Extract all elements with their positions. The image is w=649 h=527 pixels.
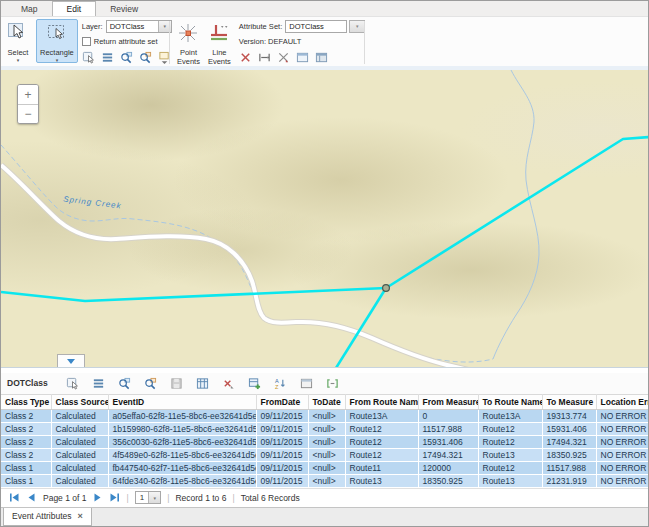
split-event-icon[interactable] — [277, 50, 291, 64]
attribute-set-caret-icon[interactable]: ▾ — [349, 20, 365, 33]
event-attributes-table: Class Type Class Source EventID FromDate… — [1, 394, 649, 488]
col-to-measure[interactable]: To Measure — [542, 394, 596, 409]
select-records-icon[interactable] — [66, 376, 80, 390]
layer-label: Layer: — [82, 22, 103, 31]
pan-to-selected-icon[interactable] — [144, 376, 158, 390]
table-row[interactable]: Class 2Calculateda05effa0-62f8-11e5-8bc6… — [1, 409, 649, 422]
table-row[interactable]: Class 1Calculatedfb447540-62f7-11e5-8bc6… — [1, 461, 649, 474]
panel-tab-bar: Event Attributes × — [1, 507, 648, 526]
separator: | — [232, 493, 234, 503]
ribbon: Select ▾ Rectangle ▾ Layer: DOTClass — [1, 17, 648, 67]
page-number-dropdown[interactable]: 1 ▾ — [135, 491, 161, 504]
separator: | — [167, 493, 169, 503]
table-row[interactable]: Class 2Calculated356c0030-62f8-11e5-8bc6… — [1, 435, 649, 448]
ribbon-separator — [364, 21, 365, 64]
measure-range-icon[interactable] — [258, 50, 272, 64]
route-event-line-northeast[interactable] — [386, 137, 649, 288]
route-junction-vertex[interactable] — [383, 285, 390, 292]
rectangle-tool-button[interactable]: Rectangle ▾ — [36, 19, 78, 63]
save-icon[interactable] — [170, 376, 184, 390]
event-window-icon[interactable] — [296, 50, 310, 64]
map-zoom-control: + − — [17, 84, 39, 124]
remove-record-icon[interactable] — [222, 376, 236, 390]
pagination-bar: Page 1 of 1 | 1 ▾ | Record 1 to 6 | Tota… — [1, 488, 648, 507]
svg-text:Z: Z — [275, 384, 279, 390]
col-eventid[interactable]: EventID — [108, 394, 256, 409]
tab-edit[interactable]: Edit — [52, 1, 97, 16]
total-records-text: Total 6 Records — [241, 493, 300, 503]
next-page-icon[interactable] — [92, 492, 103, 503]
table-row[interactable]: Class 1Calculated64fde340-62f8-11e5-8bc6… — [1, 474, 649, 487]
route-event-line-west[interactable] — [1, 288, 386, 301]
previous-page-icon[interactable] — [26, 492, 37, 503]
line-events-icon — [208, 22, 230, 48]
zoom-in-button[interactable]: + — [18, 85, 38, 104]
tab-event-attributes[interactable]: Event Attributes × — [3, 508, 92, 526]
zoom-to-selected-icon[interactable] — [118, 376, 132, 390]
table-row[interactable]: Class 2Calculated1b159980-62f8-11e5-8bc6… — [1, 422, 649, 435]
ribbon-tab-bar: Map Edit Review — [1, 1, 648, 17]
page-dropdown-caret-icon[interactable]: ▾ — [148, 492, 160, 503]
col-fromdate[interactable]: FromDate — [256, 394, 308, 409]
rectangle-dropdown-caret-icon[interactable]: ▾ — [56, 58, 59, 62]
selection-list-icon[interactable] — [101, 50, 115, 64]
report-window-icon[interactable] — [300, 376, 314, 390]
tab-map[interactable]: Map — [7, 1, 52, 16]
return-attribute-set-checkbox[interactable] — [82, 37, 91, 46]
event-attributes-panel: DOTClass AZ Class Type — [1, 373, 648, 526]
attribute-set-label: Attribute Set: — [239, 22, 282, 31]
map-features — [1, 70, 649, 368]
point-events-icon — [177, 22, 199, 48]
select-cursor-icon — [7, 22, 29, 48]
attribute-table-icon[interactable] — [196, 376, 210, 390]
collapse-arrow-icon — [67, 359, 75, 364]
rectangle-select-icon — [46, 22, 68, 48]
tab-review[interactable]: Review — [96, 1, 152, 16]
layer-dropdown[interactable]: DOTClass ▾ — [106, 20, 172, 33]
first-page-icon[interactable] — [9, 492, 20, 503]
line-events-button[interactable]: Line Events — [204, 19, 235, 67]
zoom-to-selection-icon[interactable] — [120, 50, 134, 64]
pan-to-selection-icon[interactable] — [139, 50, 153, 64]
svg-text:A: A — [275, 378, 279, 384]
col-location-error[interactable]: Location Error — [596, 394, 649, 409]
event-panel-icon[interactable] — [315, 50, 329, 64]
panel-collapse-button[interactable] — [57, 354, 85, 367]
last-page-icon[interactable] — [109, 492, 120, 503]
table-row[interactable]: Class 2Calculated4f5489e0-62f8-11e5-8bc6… — [1, 448, 649, 461]
panel-toolbar: DOTClass AZ — [1, 373, 648, 394]
selection-group: Select ▾ Rectangle ▾ Layer: DOTClass — [3, 18, 166, 66]
separator: | — [126, 493, 128, 503]
app-window: Map Edit Review Select ▾ Rectangle — [0, 0, 649, 527]
creek-line — [493, 70, 539, 359]
point-events-button[interactable]: Point Events — [173, 19, 204, 67]
delete-event-icon[interactable] — [239, 50, 253, 64]
version-text: Version: DEFAULT — [239, 37, 301, 46]
creek-line — [1, 145, 493, 362]
col-from-route-name[interactable]: From Route Name — [345, 394, 418, 409]
sort-icon[interactable]: AZ — [274, 376, 288, 390]
zoom-out-button[interactable]: − — [18, 104, 38, 123]
attribute-set-dropdown[interactable]: DOTClass — [285, 20, 347, 33]
clear-selection-icon[interactable] — [82, 50, 96, 64]
edit-events-group: Point Events Line Events Attribute Set: … — [173, 18, 361, 66]
table-header-row: Class Type Class Source EventID FromDate… — [1, 394, 649, 409]
range-brackets-icon[interactable] — [326, 376, 340, 390]
col-from-measure[interactable]: From Measure — [418, 394, 478, 409]
add-record-icon[interactable] — [248, 376, 262, 390]
select-dropdown-caret-icon[interactable]: ▾ — [17, 58, 20, 62]
col-class-source[interactable]: Class Source — [51, 394, 108, 409]
return-attribute-set-label: Return attribute set — [94, 37, 158, 46]
panel-title: DOTClass — [7, 378, 48, 388]
col-todate[interactable]: ToDate — [308, 394, 345, 409]
page-indicator: Page 1 of 1 — [43, 493, 86, 503]
map-canvas[interactable]: Spring Creek + − — [1, 70, 649, 368]
col-class-type[interactable]: Class Type — [1, 394, 51, 409]
close-tab-icon[interactable]: × — [78, 511, 83, 521]
col-to-route-name[interactable]: To Route Name — [478, 394, 542, 409]
select-tool-button[interactable]: Select ▾ — [3, 19, 33, 63]
ribbon-separator — [169, 21, 170, 64]
record-range-text: Record 1 to 6 — [175, 493, 226, 503]
show-selected-records-icon[interactable] — [92, 376, 106, 390]
